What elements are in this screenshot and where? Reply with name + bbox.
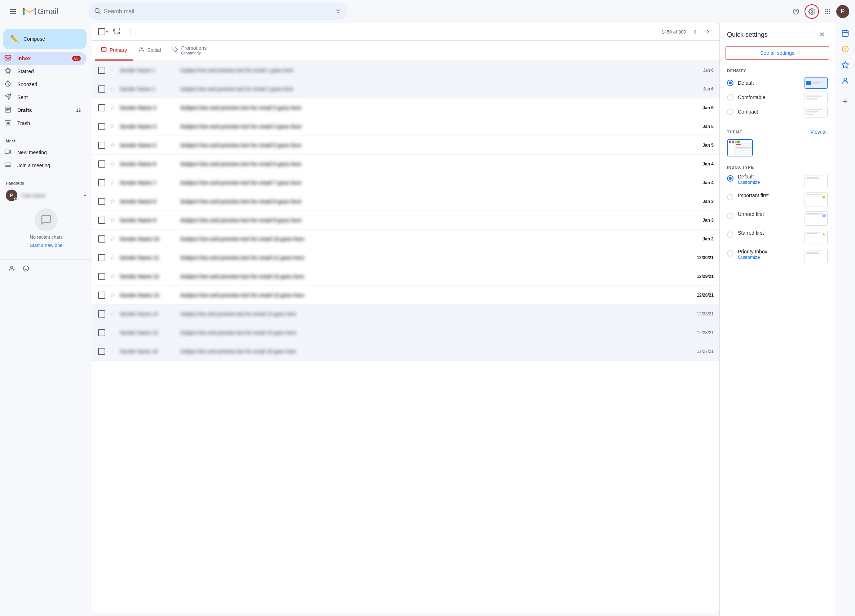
more-options-button[interactable]: [125, 26, 137, 37]
email-row[interactable]: ☆ Sender Name 12 Subject line and previe…: [92, 267, 719, 286]
density-comfortable-radio[interactable]: [727, 94, 734, 101]
inbox-unread-radio[interactable]: [727, 212, 734, 219]
star-toggle[interactable]: ☆: [110, 272, 115, 280]
tab-promotions[interactable]: Promotions Grammarly: [167, 41, 212, 61]
email-row[interactable]: ☆ Sender Name 1 Subject line and preview…: [92, 61, 719, 79]
inbox-starred-radio[interactable]: [727, 231, 734, 238]
email-row[interactable]: ☆ Sender Name 2 Subject line and preview…: [92, 79, 719, 98]
contacts-icon-btn-right[interactable]: [838, 73, 852, 88]
tasks-icon-btn[interactable]: [838, 42, 852, 56]
star-toggle[interactable]: ☆: [110, 235, 115, 243]
email-row[interactable]: ☆ Sender Name 4 Subject line and preview…: [92, 117, 719, 136]
sidebar-item-starred[interactable]: Starred: [0, 65, 87, 78]
sidebar-item-new-meeting[interactable]: New meeting: [0, 146, 87, 159]
email-row[interactable]: ☆ Sender Name 5 Subject line and preview…: [92, 136, 719, 154]
inbox-type-priority[interactable]: Priority Inbox Customize: [727, 249, 827, 263]
star-toggle[interactable]: ☆: [110, 216, 115, 224]
sidebar-item-join-meeting[interactable]: Join a meeting: [0, 159, 87, 172]
density-compact-radio[interactable]: [727, 109, 734, 115]
hangout-user-row[interactable]: P User Name +: [4, 188, 88, 203]
select-all-wrap[interactable]: ▾: [98, 28, 108, 35]
email-row[interactable]: ☆ Sender Name 6 Subject line and preview…: [92, 154, 719, 173]
inbox-type-important[interactable]: Important first ▶: [727, 193, 827, 207]
email-checkbox[interactable]: [98, 67, 105, 74]
quick-settings-close[interactable]: ✕: [816, 29, 827, 40]
email-checkbox[interactable]: [98, 254, 105, 261]
email-checkbox[interactable]: [98, 123, 105, 130]
tab-social[interactable]: Social: [133, 41, 167, 61]
email-checkbox[interactable]: [98, 217, 105, 224]
star-toggle[interactable]: ☆: [110, 122, 115, 130]
email-row[interactable]: ☆ Sender Name 3 Subject line and preview…: [92, 98, 719, 117]
refresh-button[interactable]: [111, 26, 122, 37]
sidebar-item-snoozed[interactable]: Snoozed: [0, 78, 87, 91]
email-row[interactable]: ☆ Sender Name 7 Subject line and preview…: [92, 173, 719, 192]
email-checkbox[interactable]: [98, 142, 105, 149]
density-comfortable[interactable]: Comfortable: [727, 92, 827, 103]
star-toggle[interactable]: ☆: [110, 141, 115, 149]
star-toggle[interactable]: ☆: [110, 310, 115, 318]
email-checkbox[interactable]: [98, 235, 105, 243]
user-avatar[interactable]: P: [836, 5, 849, 18]
email-checkbox[interactable]: [98, 348, 105, 355]
email-checkbox[interactable]: [98, 273, 105, 280]
density-default[interactable]: Default: [727, 77, 827, 89]
email-checkbox[interactable]: [98, 86, 105, 93]
start-chat-link[interactable]: Start a new one: [29, 243, 62, 248]
sidebar-item-sent[interactable]: Sent: [0, 91, 87, 104]
star-toggle[interactable]: ☆: [110, 254, 115, 262]
star-toggle[interactable]: ☆: [110, 329, 115, 337]
email-checkbox[interactable]: [98, 198, 105, 205]
email-row[interactable]: ☆ Sender Name 8 Subject line and preview…: [92, 192, 719, 211]
email-checkbox[interactable]: [98, 329, 105, 336]
sidebar-item-trash[interactable]: Trash: [0, 117, 87, 130]
theme-thumbnail[interactable]: [727, 139, 753, 156]
settings-button[interactable]: [804, 4, 819, 19]
select-all-checkbox[interactable]: [98, 28, 105, 35]
star-toggle[interactable]: ☆: [110, 347, 115, 355]
checkbox-dropdown[interactable]: ▾: [106, 30, 108, 34]
email-row[interactable]: ☆ Sender Name 14 Subject line and previe…: [92, 304, 719, 323]
search-options-icon[interactable]: [335, 7, 342, 16]
email-checkbox[interactable]: [98, 104, 105, 112]
density-compact[interactable]: Compact: [727, 106, 827, 118]
emoji-icon-btn[interactable]: [20, 263, 32, 274]
density-default-radio[interactable]: [727, 79, 734, 86]
keep-icon-btn[interactable]: [838, 58, 852, 72]
tab-primary[interactable]: Primary: [95, 41, 133, 61]
compose-button[interactable]: ✏️ Compose: [3, 29, 87, 49]
apps-button[interactable]: [820, 4, 835, 19]
star-toggle[interactable]: ☆: [110, 104, 115, 112]
star-toggle[interactable]: ☆: [110, 66, 115, 74]
email-row[interactable]: ☆ Sender Name 11 Subject line and previe…: [92, 248, 719, 267]
star-toggle[interactable]: ☆: [110, 160, 115, 168]
star-toggle[interactable]: ☆: [110, 85, 115, 93]
next-page-button[interactable]: [702, 26, 714, 37]
inbox-type-starred[interactable]: Starred first ★: [727, 230, 827, 245]
contacts-icon-btn[interactable]: [6, 263, 17, 274]
sidebar-item-inbox[interactable]: Inbox 68: [0, 52, 87, 65]
email-checkbox[interactable]: [98, 292, 105, 299]
calendar-icon-btn[interactable]: [838, 26, 852, 40]
help-button[interactable]: [789, 4, 803, 19]
search-input[interactable]: [104, 8, 332, 15]
star-toggle[interactable]: ☆: [110, 291, 115, 299]
hamburger-menu[interactable]: [6, 4, 20, 19]
sidebar-item-drafts[interactable]: Drafts 12: [0, 104, 87, 117]
email-row[interactable]: ☆ Sender Name 9 Subject line and preview…: [92, 211, 719, 229]
see-all-settings-button[interactable]: See all settings: [726, 46, 829, 60]
email-row[interactable]: ☆ Sender Name 10 Subject line and previe…: [92, 229, 719, 248]
hangout-add-button[interactable]: +: [84, 193, 87, 198]
inbox-important-radio[interactable]: [727, 194, 734, 200]
email-checkbox[interactable]: [98, 160, 105, 168]
inbox-priority-customize[interactable]: Customize: [738, 254, 800, 260]
email-row[interactable]: ☆ Sender Name 16 Subject line and previe…: [92, 342, 719, 361]
inbox-default-radio[interactable]: [727, 175, 734, 182]
email-checkbox[interactable]: [98, 310, 105, 318]
inbox-type-unread[interactable]: Unread first ✉: [727, 211, 827, 226]
email-row[interactable]: ☆ Sender Name 13 Subject line and previe…: [92, 286, 719, 304]
prev-page-button[interactable]: [689, 26, 701, 37]
inbox-default-customize[interactable]: Customize: [738, 179, 800, 185]
view-all-themes-link[interactable]: View all: [810, 129, 827, 135]
star-toggle[interactable]: ☆: [110, 179, 115, 187]
